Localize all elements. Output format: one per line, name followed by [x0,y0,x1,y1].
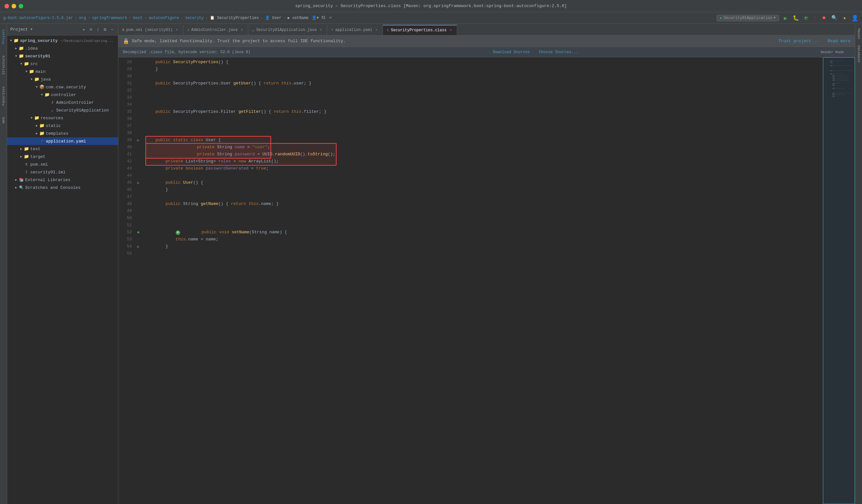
target-label: target [30,154,118,159]
security01-label: security01 [25,54,118,59]
tab-pom[interactable]: X pom.xml (security01) × [118,25,183,35]
admin-tab-close[interactable]: × [239,28,244,32]
tree-static[interactable]: ▶ 📁 static [7,122,118,130]
tree-test[interactable]: ▶ 📁 test [7,145,118,153]
settings-icon[interactable]: ⚙ [103,27,108,32]
res-folder-icon: 📁 [34,115,39,120]
close-button[interactable] [4,4,9,9]
breadcrumb-jar[interactable]: g-boot-autoconfigure-2.5.6.jar [3,16,73,20]
stop-button[interactable]: ■ [820,14,828,22]
run-button[interactable]: ▶ [782,14,789,22]
tree-package[interactable]: ▼ 📦 com.csw.security [7,83,118,91]
tree-iml[interactable]: ▶ I security01.iml [7,168,118,176]
breadcrumb-class[interactable]: 📋 SecurityProperties [210,15,259,20]
code-content[interactable]: public SecurityProperties() { } public S… [142,57,823,504]
search-everywhere-button[interactable]: 🔍 [831,14,838,22]
sort-icon[interactable]: ↕ [95,27,101,32]
main-arrow-icon: ▼ [24,69,29,74]
pom-tab-close[interactable]: × [175,28,179,32]
sidebar-tab-web[interactable]: Web [1,115,6,126]
code-line-40: private String name = "user"; [142,144,823,151]
tree-controller[interactable]: ▼ 📁 controller [7,91,118,98]
tree-root[interactable]: ▼ 📁 spring_security ~/Desktop/cloud/spri… [7,37,118,44]
breadcrumb-action-icon[interactable]: ⌨ [329,15,331,20]
tree-ext-lib[interactable]: ▶ 📚 External Libraries [7,176,118,184]
window-controls[interactable] [4,4,23,9]
fold-arrow-45[interactable]: ▷ [137,181,139,185]
download-sources-link[interactable]: Download Sources [493,50,530,54]
tree-application-yaml[interactable]: ▶ Y application.yaml [7,137,118,145]
tree-scratches[interactable]: ▶ 🔍 Scratches and Consoles [7,184,118,191]
fold-arrow-54[interactable]: ▷ [137,244,139,249]
fold-arrow-39[interactable]: ▷ [137,138,139,143]
code-line-50 [142,215,823,222]
run-config-button[interactable]: ▶ Security01Application ▼ [717,15,779,21]
avatar-button[interactable]: 👤 [851,14,859,22]
coverage-button[interactable]: ◩ [802,14,810,22]
tab-security01app[interactable]: ☕ Security01Application.java × [248,25,327,35]
java-arrow-icon: ▼ [29,77,34,82]
pkg-arrow-icon: ▼ [34,84,39,90]
idea-arrow-icon: ▶ [14,46,19,51]
secprops-tab-close[interactable]: × [448,28,453,32]
breadcrumb-arrow[interactable]: 🗘 [322,15,325,20]
yaml-tab-close[interactable]: × [374,28,379,32]
secprops-tab-icon: C [387,28,389,32]
sidebar-maven-tab[interactable]: Maven [856,26,861,41]
code-line-51 [142,222,823,229]
project-dropdown-icon[interactable]: ▼ [31,28,32,31]
tree-target[interactable]: ▶ 📁 target [7,153,118,160]
sidebar-tab-structure[interactable]: Structure [1,53,6,77]
tab-yaml[interactable]: Y application.yaml × [327,25,383,35]
breadcrumb-setname[interactable]: ▶ setName [288,15,309,20]
tree-pom[interactable]: ▶ X pom.xml [7,160,118,168]
pkg-label: com.csw.security [46,85,118,90]
admin-java-icon: J [50,100,55,105]
tab-admincontroller[interactable]: J AdminController.java × [183,25,249,35]
trust-project-link[interactable]: Trust project... [779,39,819,43]
sidebar-database-tab[interactable]: Database [856,43,861,64]
choose-sources-link[interactable]: Choose Sources... [539,50,578,54]
tree-src[interactable]: ▼ 📁 src [7,60,118,68]
breadcrumb-springframework[interactable]: springframework [92,16,127,20]
s01app-tab-close[interactable]: × [318,28,323,32]
tree-idea[interactable]: ▶ 📁 .idea [7,44,118,52]
reader-mode-badge[interactable]: Reader Mode [820,50,844,54]
code-gutters: ▷ ▷ ▷ [134,57,142,504]
tree-main[interactable]: ▼ 📁 main [7,68,118,76]
tree-java[interactable]: ▼ 📁 java [7,76,118,83]
src-folder-icon: 📁 [24,61,29,66]
locate-file-icon[interactable]: ✦ [81,27,87,32]
code-line-36 [142,115,823,122]
root-label: spring_security ~/Desktop/cloud/spring..… [20,38,118,43]
code-line-29: } [142,66,823,73]
maximize-button[interactable] [19,4,23,9]
sidebar-tab-favorites[interactable]: Favorites [1,84,6,108]
pom-tab-icon: X [122,28,125,32]
tree-security01[interactable]: ▼ 📁 security01 [7,52,118,60]
code-line-53: this.name = name; [142,236,823,243]
breadcrumb-security[interactable]: security [185,16,204,20]
tree-admincontroller[interactable]: ▶ J AdminController [7,98,118,106]
safe-mode-banner: 🔒 Safe mode, limited functionality. Trus… [118,36,855,47]
bookmark-button[interactable]: ★ [841,14,848,22]
breadcrumb-user[interactable]: 👤 User [265,15,282,20]
read-more-link[interactable]: Read more [828,39,850,43]
breadcrumb-boot[interactable]: boot [133,16,143,20]
collapse-all-icon[interactable]: ≡ [88,27,93,32]
sidebar-tab-project[interactable]: Project [1,26,6,47]
tab-securityprops[interactable]: C SecurityProperties.class × [383,25,457,35]
tree-templates[interactable]: ▶ 📁 templates [7,130,118,137]
breadcrumb-autoconfigure[interactable]: autoconfigure [148,16,179,20]
tree-resources[interactable]: ▼ 📁 resources [7,114,118,122]
test-label: test [30,147,118,151]
toolbar-right: ▶ Security01Application ▼ ▶ 🐛 ◩ | ■ 🔍 ★ … [717,14,859,22]
tree-security01app[interactable]: ▶ ☕ Security01Application [7,106,118,114]
debug-button[interactable]: 🐛 [792,14,800,22]
minimize-panel-icon[interactable]: − [109,27,115,32]
breadcrumb-org[interactable]: org [79,16,86,20]
scratch-label: Scratches and Consoles [25,185,118,190]
shield-icon: 🔒 [123,38,129,44]
res-arrow-icon: ▼ [29,115,34,120]
minimize-button[interactable] [12,4,16,9]
